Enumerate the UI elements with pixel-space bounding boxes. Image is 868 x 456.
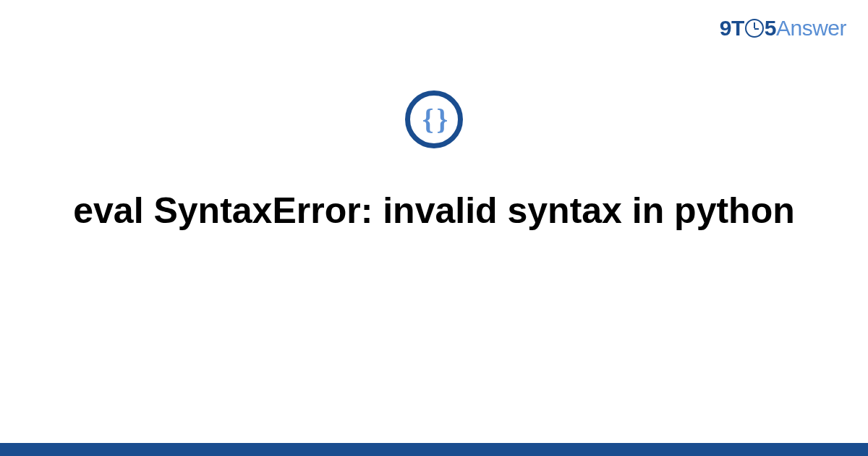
clock-icon [745,19,764,38]
site-logo: 9T 5 Answer [720,16,846,41]
page-title: eval SyntaxError: invalid syntax in pyth… [44,188,824,234]
logo-text-9t: 9T [720,16,744,41]
main-content: { } eval SyntaxError: invalid syntax in … [0,90,868,234]
footer-bar [0,443,868,456]
braces-glyph: { } [422,105,446,134]
code-braces-icon: { } [405,90,463,148]
logo-text-5: 5 [765,16,776,41]
logo-text-answer: Answer [776,16,846,41]
